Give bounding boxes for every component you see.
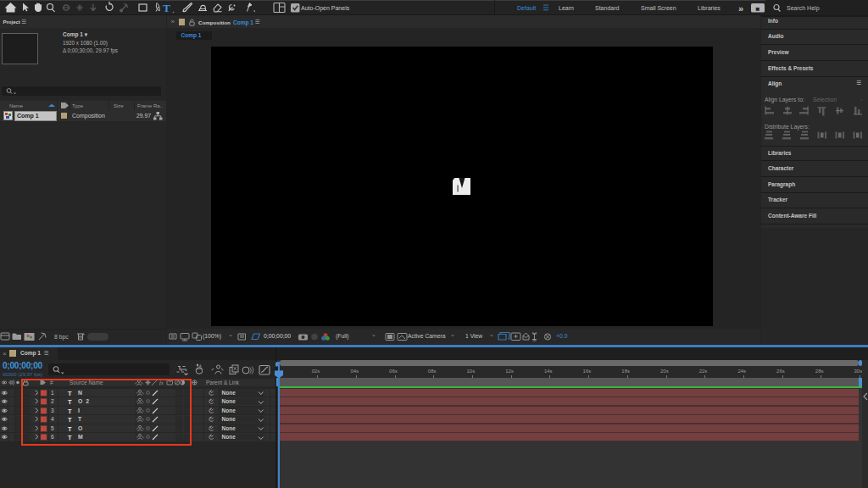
svg-text:T: T: [163, 2, 170, 14]
svg-text:■: ■: [756, 5, 760, 13]
svg-text:»: »: [738, 3, 743, 14]
svg-text:Parent & Link: Parent & Link: [206, 380, 240, 385]
